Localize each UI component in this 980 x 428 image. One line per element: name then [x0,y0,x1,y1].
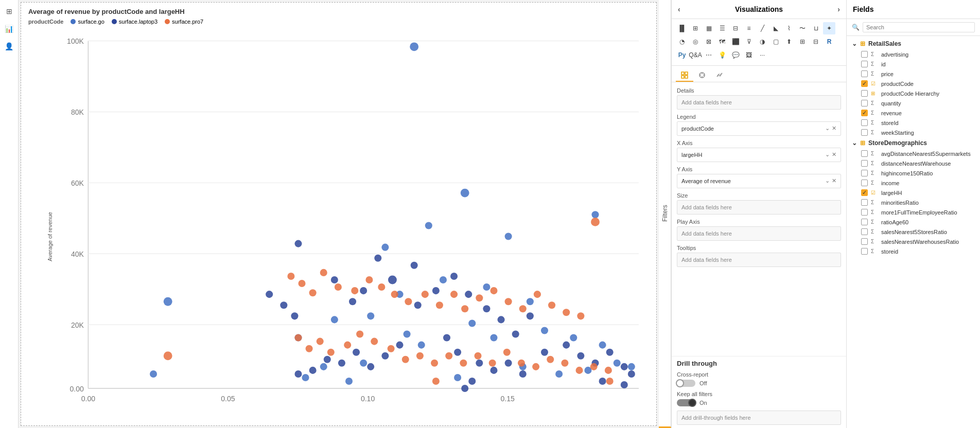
viz-kpi-btn[interactable]: ⬆ [783,35,795,48]
viz-matrix-btn[interactable]: ⊟ [810,35,822,48]
checkbox-productCode-hierarchy[interactable] [861,90,868,97]
checkbox-quantity[interactable] [861,100,868,106]
field-largeHH[interactable]: ✓ ☑ largeHH [847,188,980,198]
viz-subtab-format[interactable] [693,69,711,82]
viz-waterfall-btn[interactable]: ⊔ [810,22,822,34]
viz-bar-chart-btn[interactable]: ▐▌ [676,22,688,34]
viz-gauge-btn[interactable]: ◑ [756,35,768,48]
viz-ribbon-btn[interactable]: 〜 [796,22,809,34]
viz-map-btn[interactable]: 🗺 [716,35,728,48]
checkbox-minorities[interactable] [861,199,868,206]
field-salesNearestWarehousesRatio[interactable]: Σ salesNearestWarehousesRatio [847,237,980,246]
viz-filled-map-btn[interactable]: ⬛ [729,35,742,48]
viz-image-btn[interactable]: 🖼 [743,49,755,61]
field-xaxis-icons[interactable]: ⌄ ✕ [825,151,836,158]
checkbox-highincome[interactable] [861,170,868,176]
checkbox-advertising[interactable] [861,51,868,58]
field-drop-xaxis[interactable]: largeHH ⌄ ✕ [677,148,841,162]
field-revenue[interactable]: ✓ Σ revenue [847,108,980,118]
field-legend-icons[interactable]: ⌄ ✕ [825,125,836,132]
field-advertising[interactable]: Σ advertising [847,49,980,59]
checkbox-storeid-demo[interactable] [861,248,868,255]
field-productCode[interactable]: ✓ ☑ productCode [847,79,980,88]
field-ratioAge60[interactable]: Σ ratioAge60 [847,217,980,227]
checkbox-avgDist[interactable] [861,150,868,157]
field-storeId[interactable]: Σ storeId [847,118,980,128]
viz-more-btn[interactable]: ··· [756,49,768,61]
checkbox-distWarehouse[interactable] [861,160,868,167]
field-drop-yaxis[interactable]: Average of revenue ⌄ ✕ [677,174,841,188]
viz-r-btn[interactable]: R [823,35,835,48]
viz-card-btn[interactable]: ▢ [769,35,782,48]
checkbox-ratioAge60[interactable] [861,219,868,225]
viz-stacked-horiz-btn[interactable]: ⊟ [729,22,742,34]
chart-icon[interactable]: 📊 [2,22,16,36]
person-icon[interactable]: 👤 [2,39,16,53]
field-minoritiesRatio[interactable]: Σ minoritiesRatio [847,198,980,207]
filters-tab[interactable]: Filters [659,0,671,428]
field-productCode-hierarchy[interactable]: ⊞ productCode Hierarchy [847,88,980,98]
drill-through-fields[interactable]: Add drill-through fields here [677,411,841,425]
field-storeid-demo[interactable]: Σ storeid [847,246,980,256]
viz-ai-btn[interactable]: 💡 [716,49,728,61]
field-weekStarting[interactable]: Σ weekStarting [847,128,980,137]
checkbox-storeId[interactable] [861,119,868,126]
grid-icon[interactable]: ⊞ [2,4,16,19]
field-id[interactable]: Σ id [847,59,980,69]
viz-scatter-btn active[interactable]: ✦ [823,22,835,34]
close-icon-y[interactable]: ✕ [832,177,836,184]
viz-subtab-analytics[interactable] [711,69,728,82]
chevron-down-icon[interactable]: ⌄ [825,125,830,132]
viz-funnel-btn[interactable]: ⊽ [743,35,755,48]
viz-pie-btn[interactable]: ◔ [676,35,688,48]
field-price[interactable]: Σ price [847,69,980,79]
checkbox-salesNearest5[interactable] [861,228,868,235]
viz-subtab-fields[interactable] [676,69,693,82]
table-group-storedemographics[interactable]: ⌄ ⊞ StoreDemographics [847,137,980,149]
field-drop-legend[interactable]: productCode ⌄ ✕ [677,121,841,136]
viz-py-btn[interactable]: Py [676,49,688,61]
cross-report-toggle[interactable] [677,380,695,387]
viz-qa-btn[interactable]: Q&A [689,49,702,61]
field-more1FullTime[interactable]: Σ more1FullTimeEmployeeRatio [847,207,980,217]
viz-chat-btn[interactable]: 💬 [729,49,742,61]
keep-filters-toggle[interactable] [677,399,695,406]
chevron-down-icon-x[interactable]: ⌄ [825,151,830,158]
viz-nav-next[interactable]: › [837,5,840,13]
viz-table-btn[interactable]: ⊞ [796,35,809,48]
field-yaxis-icons[interactable]: ⌄ ✕ [825,177,836,184]
viz-decomp-btn[interactable]: ⋯ [703,49,715,61]
field-avgDistanceNearest5Supermarkets[interactable]: Σ avgDistanceNearest5Supermarkets [847,149,980,158]
checkbox-revenue[interactable]: ✓ [861,110,868,116]
field-distanceNearestWarehouse[interactable]: Σ distanceNearestWarehouse [847,158,980,168]
field-income[interactable]: Σ income [847,178,980,188]
checkbox-income[interactable] [861,180,868,186]
field-drop-tooltips[interactable]: Add data fields here [677,253,841,267]
viz-line-chart-btn[interactable]: ╱ [756,22,768,34]
viz-stacked-bar-btn[interactable]: ⊞ [689,22,702,34]
viz-area-chart-btn[interactable]: ◣ [769,22,782,34]
close-icon-x[interactable]: ✕ [832,151,836,158]
checkbox-productCode[interactable]: ✓ [861,80,868,87]
checkbox-price[interactable] [861,70,868,77]
viz-100-bar-btn[interactable]: ▦ [703,22,715,34]
checkbox-salesNearestWarehouses[interactable] [861,238,868,245]
viz-nav-prev[interactable]: ‹ [678,5,680,13]
checkbox-more1fulltime[interactable] [861,209,868,216]
checkbox-largeHH[interactable]: ✓ [861,189,868,196]
chevron-down-icon-y[interactable]: ⌄ [825,177,830,184]
viz-donut-btn[interactable]: ◎ [689,35,702,48]
viz-bar-horiz-btn[interactable]: ☰ [716,22,728,34]
viz-line-area-btn[interactable]: ⌇ [783,22,795,34]
field-drop-details[interactable]: Add data fields here [677,95,841,110]
field-drop-size[interactable]: Add data fields here [677,200,841,215]
fields-search-input[interactable] [863,22,975,32]
checkbox-weekStarting[interactable] [861,129,868,136]
checkbox-id[interactable] [861,61,868,67]
table-group-retailsales[interactable]: ⌄ ⊞ RetailSales [847,38,980,49]
field-highincome150Ratio[interactable]: Σ highincome150Ratio [847,168,980,178]
field-quantity[interactable]: Σ quantity [847,98,980,108]
field-salesNearest5StoresRatio[interactable]: Σ salesNearest5StoresRatio [847,227,980,237]
viz-100-horiz-btn[interactable]: ≡ [743,22,755,34]
field-drop-playaxis[interactable]: Add data fields here [677,226,841,241]
